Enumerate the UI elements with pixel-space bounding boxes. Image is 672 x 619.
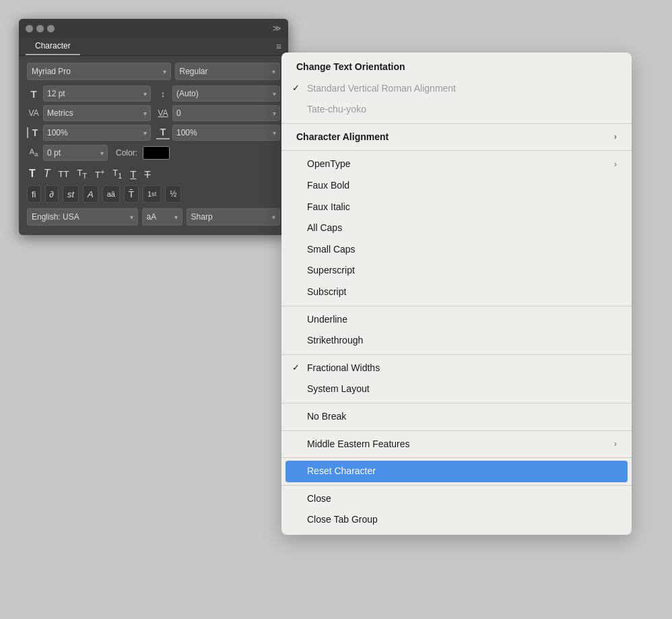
menu-fractional-widths-label: Fractional Widths <box>307 362 380 375</box>
menu-tate-chu-yoko[interactable]: Tate-chu-yoko <box>281 99 632 121</box>
titling-btn[interactable]: T̄ <box>124 185 139 203</box>
menu-faux-bold[interactable]: Faux Bold <box>281 175 632 197</box>
sharpness-select[interactable]: Sharp ▾ <box>187 208 280 226</box>
window-controls <box>26 25 55 32</box>
menu-close-label: Close <box>307 492 331 506</box>
strikethrough-btn[interactable]: T <box>142 167 152 181</box>
font-size-value: 12 pt <box>47 89 65 98</box>
menu-strikethrough[interactable]: Strikethrough <box>281 330 632 352</box>
baseline-chevron: ▾ <box>100 150 104 157</box>
separator-7 <box>281 457 632 458</box>
menu-standard-vertical[interactable]: Standard Vertical Roman Alignment <box>281 78 632 100</box>
menu-reset-character[interactable]: Reset Character <box>285 461 628 482</box>
tab-character[interactable]: Character <box>26 38 80 55</box>
menu-opentype[interactable]: OpenType › <box>281 154 632 175</box>
menu-no-break-label: No Break <box>307 410 346 424</box>
menu-underline[interactable]: Underline <box>281 309 632 331</box>
menu-superscript-label: Superscript <box>307 264 355 278</box>
swash-btn[interactable]: st <box>63 185 79 203</box>
menu-middle-eastern[interactable]: Middle Eastern Features › <box>281 434 632 455</box>
oldstyle-btn[interactable]: ∂ <box>45 185 59 203</box>
menu-character-alignment[interactable]: Character Alignment › <box>281 127 632 148</box>
separator-3 <box>281 306 632 306</box>
leading-chevron: ▾ <box>273 90 276 98</box>
tracking-input[interactable]: 0 ▾ <box>172 105 280 121</box>
menu-system-layout-label: System Layout <box>307 383 370 396</box>
character-panel: ≫ Character ≡ Myriad Pro ▾ Regular ▾ T <box>19 19 288 235</box>
menu-close-tab-group[interactable]: Close Tab Group <box>281 509 632 531</box>
scale-h-icon: T <box>156 127 170 139</box>
panel-titlebar: ≫ <box>19 19 288 38</box>
bottom-row: English: USA ▾ aA ▾ Sharp ▾ <box>27 208 280 226</box>
allcaps-btn[interactable]: TT <box>57 168 71 181</box>
tracking-icon: VA <box>156 108 170 118</box>
superscript-btn[interactable]: T+ <box>93 166 106 181</box>
menu-fractional-widths[interactable]: Fractional Widths <box>281 358 632 379</box>
menu-system-layout[interactable]: System Layout <box>281 379 632 400</box>
color-label: Color: <box>116 148 137 158</box>
collapse-icon[interactable]: ≫ <box>273 24 281 33</box>
menu-middle-eastern-label: Middle Eastern Features <box>307 438 410 451</box>
typo-row: T T TT TT T+ T1 T T <box>27 166 280 181</box>
close-dot[interactable] <box>26 25 33 32</box>
scale-h-item: T 100% ▾ <box>156 125 280 141</box>
font-size-item: T 12 pt ▾ <box>27 86 151 102</box>
font-size-input[interactable]: 12 pt ▾ <box>43 86 151 102</box>
kerning-item: VA Metrics ▾ <box>27 105 151 121</box>
font-size-chevron: ▾ <box>143 90 147 98</box>
sharpness-value: Sharp <box>191 212 213 222</box>
menu-close[interactable]: Close <box>281 488 632 510</box>
font-family-chevron: ▾ <box>163 68 166 75</box>
special-row: fi ∂ st A aā T̄ 1st ½ <box>27 185 280 203</box>
font-style-value: Regular <box>180 67 208 76</box>
menu-opentype-label: OpenType <box>307 158 351 171</box>
menu-subscript[interactable]: Subscript <box>281 282 632 303</box>
underline-btn[interactable]: T <box>128 167 138 181</box>
stylistic-btn[interactable]: A <box>83 185 98 203</box>
minimize-dot[interactable] <box>36 25 44 32</box>
font-style-select[interactable]: Regular ▾ <box>175 63 281 80</box>
tab-character-label: Character <box>35 41 71 51</box>
scale-h-input[interactable]: 100% ▾ <box>172 125 280 141</box>
language-select[interactable]: English: USA ▾ <box>27 208 138 226</box>
leading-input[interactable]: (Auto) ▾ <box>172 86 280 102</box>
discretionary-btn[interactable]: aā <box>102 185 120 203</box>
menu-all-caps-label: All Caps <box>307 222 342 235</box>
maximize-dot[interactable] <box>47 25 55 32</box>
menu-tate-chu-yoko-label: Tate-chu-yoko <box>307 103 366 117</box>
scale-v-input[interactable]: 100% ▾ <box>43 125 151 141</box>
language-value: English: USA <box>32 212 79 222</box>
tracking-value: 0 <box>176 108 181 118</box>
menu-change-text-orientation[interactable]: Change Text Orientation <box>281 57 632 78</box>
ordinal-btn[interactable]: 1st <box>143 185 161 203</box>
subscript-btn[interactable]: T1 <box>110 166 124 181</box>
font-family-value: Myriad Pro <box>32 67 71 76</box>
fraction-btn[interactable]: ½ <box>165 185 181 203</box>
menu-no-break[interactable]: No Break <box>281 406 632 428</box>
panel-options-icon[interactable]: ≡ <box>276 41 281 52</box>
menu-small-caps[interactable]: Small Caps <box>281 239 632 261</box>
menu-subscript-label: Subscript <box>307 286 346 299</box>
baseline-icon: Aa <box>27 148 40 158</box>
scale-v-item: T 100% ▾ <box>27 125 151 141</box>
baseline-input[interactable]: 0 pt ▾ <box>43 145 108 161</box>
antialiasing-select[interactable]: aA ▾ <box>142 208 182 226</box>
scale-v-icon: T <box>27 127 40 138</box>
bold-btn[interactable]: T <box>27 166 38 181</box>
italic-btn[interactable]: T <box>42 166 53 181</box>
menu-superscript[interactable]: Superscript <box>281 260 632 282</box>
kerning-input[interactable]: Metrics ▾ <box>43 105 151 121</box>
color-swatch[interactable] <box>143 146 170 160</box>
font-family-select[interactable]: Myriad Pro ▾ <box>27 63 171 80</box>
menu-all-caps[interactable]: All Caps <box>281 218 632 239</box>
smallcaps-btn[interactable]: TT <box>75 166 89 181</box>
menu-standard-vertical-label: Standard Vertical Roman Alignment <box>307 82 456 96</box>
ligature-btn[interactable]: fi <box>27 185 41 203</box>
panel-body: Myriad Pro ▾ Regular ▾ T 12 pt ▾ ↕ <box>19 56 288 235</box>
menu-faux-italic[interactable]: Faux Italic <box>281 197 632 218</box>
language-chevron: ▾ <box>130 214 133 221</box>
separator-8 <box>281 485 632 486</box>
font-row: Myriad Pro ▾ Regular ▾ <box>27 63 280 80</box>
sharpness-chevron: ▾ <box>272 214 275 221</box>
metrics-grid: T 12 pt ▾ ↕ (Auto) ▾ VA Metrics ▾ <box>27 86 280 141</box>
